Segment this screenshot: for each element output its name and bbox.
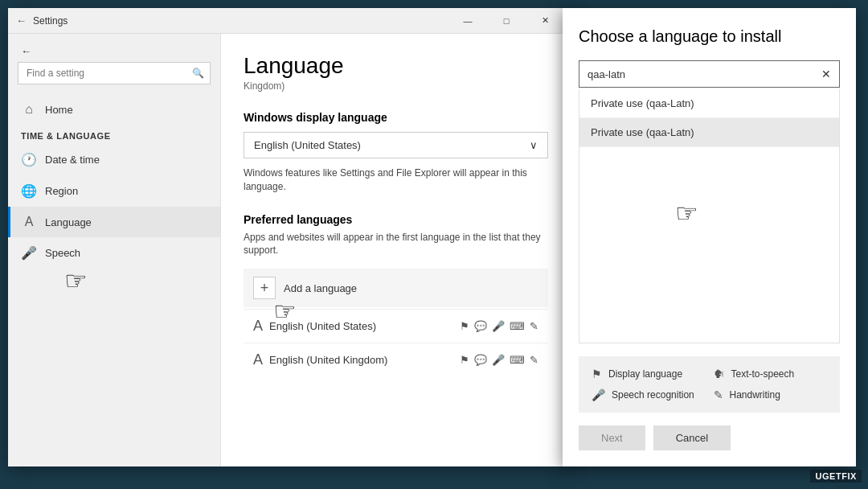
handwriting-feature: ✎ Handwriting (714, 388, 828, 401)
tts-feature: 🗣 Text-to-speech (714, 368, 828, 380)
main-content: Language Kingdom) Windows display langua… (221, 34, 571, 466)
search-icon: 🔍 (192, 68, 204, 79)
language-item-us[interactable]: A English (United States) ⚑ 💬 🎤 ⌨ ✎ (244, 309, 548, 343)
sidebar-item-speech[interactable]: 🎤 Speech (8, 237, 220, 269)
page-subtitle: Kingdom) (244, 80, 548, 92)
page-title: Language (244, 53, 548, 79)
lang-result-item-selected[interactable]: Private use (qaa-Latn) (579, 118, 839, 147)
watermark: UGETFIX (810, 470, 862, 483)
dialog-title: Choose a language to install (579, 27, 840, 46)
sidebar-item-region[interactable]: 🌐 Region (8, 175, 220, 207)
display-lang-dropdown[interactable]: English (United States) ∨ (244, 132, 548, 158)
sidebar-item-home[interactable]: ⌂ Home (8, 94, 220, 125)
sidebar-item-datetime[interactable]: 🕐 Date & time (8, 144, 220, 175)
speech-rec-icon: 🎤 (592, 388, 605, 401)
sidebar-item-label: Date & time (45, 154, 100, 166)
sidebar-item-label: Speech (45, 247, 80, 259)
dialog-search-box: ✕ (579, 60, 840, 88)
minimize-button[interactable]: — (449, 8, 486, 34)
lang-item-icons: ⚑ 💬 🎤 ⌨ ✎ (460, 320, 538, 332)
lang-item-left: A English (United Kingdom) (253, 351, 387, 368)
settings-window: ← Settings — □ ✕ ← 🔍 ⌂ Home Time & Langu… (8, 8, 571, 466)
clear-search-icon[interactable]: ✕ (813, 61, 839, 87)
mic-icon: 🎤 (492, 320, 505, 332)
back-button[interactable]: ← (8, 40, 220, 62)
search-input[interactable] (18, 62, 211, 84)
flag-icon: ⚑ (460, 320, 469, 332)
lang-search-input[interactable] (579, 62, 813, 87)
add-lang-label: Add a language (284, 282, 357, 294)
preferred-note: Apps and websites will appear in the fir… (244, 231, 548, 258)
next-button[interactable]: Next (579, 425, 645, 450)
window-body: ← 🔍 ⌂ Home Time & Language 🕐 Date & time… (8, 34, 571, 466)
display-lang-icon: ⚑ (592, 368, 602, 380)
tts-icon: 🗣 (714, 368, 725, 380)
lang-item-icon: A (253, 318, 263, 335)
language-item-uk[interactable]: A English (United Kingdom) ⚑ 💬 🎤 ⌨ ✎ (244, 343, 548, 376)
display-lang-feature: ⚑ Display language (592, 368, 706, 380)
back-icon: ← (21, 45, 31, 57)
lang-item-left: A English (United States) (253, 318, 376, 335)
sidebar-item-label: Region (45, 185, 78, 197)
keyboard-icon: ⌨ (510, 354, 525, 366)
cancel-button[interactable]: Cancel (653, 425, 731, 450)
pen-icon: ✎ (530, 354, 538, 366)
handwriting-icon: ✎ (714, 388, 723, 401)
pen-icon: ✎ (530, 320, 538, 332)
lang-item-name: English (United Kingdom) (269, 354, 387, 366)
lang-item-icons: ⚑ 💬 🎤 ⌨ ✎ (460, 354, 538, 366)
display-lang-note: Windows features like Settings and File … (244, 166, 548, 194)
lang-result-item[interactable]: Private use (qaa-Latn) (579, 89, 839, 118)
globe-icon: 🌐 (21, 183, 37, 199)
sidebar: ← 🔍 ⌂ Home Time & Language 🕐 Date & time… (8, 34, 221, 466)
dropdown-value: English (United States) (254, 139, 361, 151)
search-box: 🔍 (18, 62, 211, 84)
title-bar-controls: — □ ✕ (450, 9, 563, 33)
lang-results-list: Private use (qaa-Latn) Private use (qaa-… (579, 89, 840, 343)
dialog-buttons: Next Cancel (579, 425, 840, 450)
back-arrow-icon[interactable]: ← (16, 14, 27, 27)
add-language-button[interactable]: + Add a language (244, 269, 548, 307)
sidebar-section-label: Time & Language (8, 125, 220, 144)
maximize-button[interactable]: □ (488, 8, 525, 34)
handwriting-label: Handwriting (730, 389, 780, 401)
flag-icon: ⚑ (460, 354, 469, 366)
sidebar-item-label: Language (45, 216, 92, 228)
lang-item-name: English (United States) (269, 320, 376, 332)
lang-features-panel: ⚑ Display language 🗣 Text-to-speech 🎤 Sp… (579, 356, 840, 413)
home-icon: ⌂ (21, 102, 37, 117)
display-lang-heading: Windows display language (244, 111, 548, 124)
chevron-down-icon: ∨ (530, 139, 538, 151)
window-title: Settings (33, 15, 68, 27)
title-bar: ← Settings — □ ✕ (8, 8, 571, 34)
display-lang-label: Display language (608, 368, 682, 380)
sidebar-item-language[interactable]: A Language (8, 207, 220, 237)
language-icon: A (21, 215, 37, 229)
speech-rec-feature: 🎤 Speech recognition (592, 388, 706, 401)
keyboard-icon: ⌨ (510, 320, 525, 332)
language-dialog: Choose a language to install ✕ Private u… (563, 8, 856, 466)
chat-icon: 💬 (474, 354, 487, 366)
add-icon-box: + (253, 277, 276, 299)
lang-item-icon: A (253, 351, 263, 368)
sidebar-item-label: Home (45, 104, 73, 116)
preferred-heading: Preferred languages (244, 213, 548, 226)
mic-icon: 🎤 (492, 354, 505, 366)
speech-rec-label: Speech recognition (612, 389, 694, 401)
title-bar-left: ← Settings (16, 14, 68, 27)
tts-label: Text-to-speech (731, 368, 795, 380)
plus-icon: + (260, 280, 269, 297)
microphone-icon: 🎤 (21, 245, 37, 261)
close-button[interactable]: ✕ (526, 8, 563, 34)
clock-icon: 🕐 (21, 152, 37, 167)
chat-icon: 💬 (474, 320, 487, 332)
